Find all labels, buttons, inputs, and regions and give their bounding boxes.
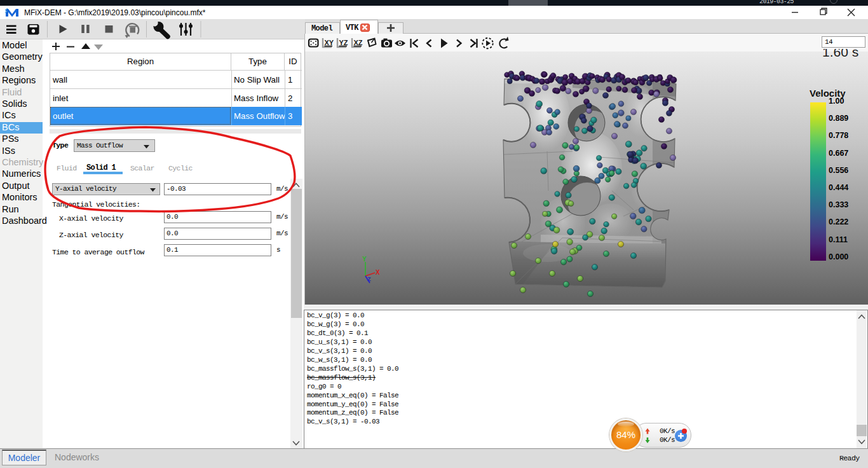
svg-text:Y: Y <box>362 256 367 263</box>
svg-text:XY: XY <box>325 39 334 46</box>
svg-text:YZ: YZ <box>339 39 348 46</box>
svg-text:XZ: XZ <box>354 39 363 46</box>
svg-text:X: X <box>376 269 380 276</box>
svg-text:Z: Z <box>367 276 371 282</box>
